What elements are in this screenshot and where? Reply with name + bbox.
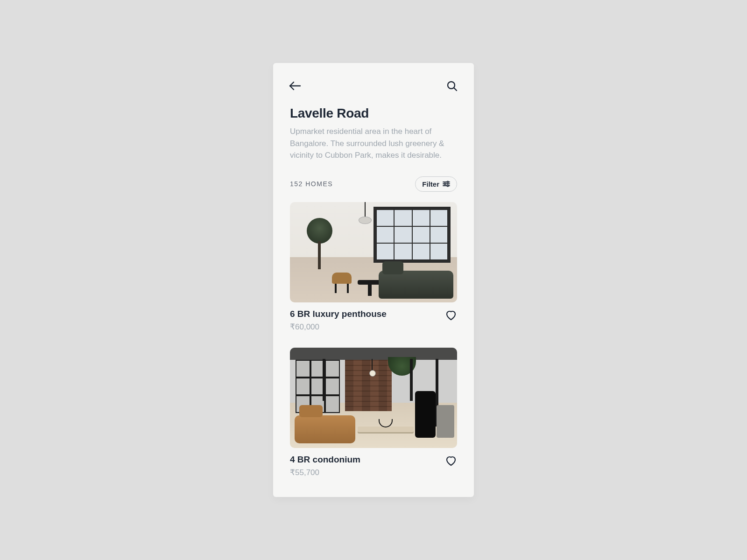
listings: 6 BR luxury penthouse ₹60,000 <box>273 202 474 477</box>
svg-point-7 <box>444 183 445 184</box>
search-button[interactable] <box>445 79 459 93</box>
svg-line-2 <box>454 88 457 91</box>
back-button[interactable] <box>288 79 302 93</box>
heart-icon <box>445 455 457 467</box>
listing-card[interactable]: 6 BR luxury penthouse ₹60,000 <box>290 202 457 332</box>
filter-button[interactable]: Filter <box>415 176 457 192</box>
listing-price: ₹55,700 <box>290 468 360 477</box>
meta-row: 152 HOMES Filter <box>290 176 457 192</box>
page-header: Lavelle Road Upmarket residential area i… <box>273 93 474 192</box>
sliders-icon <box>443 181 450 187</box>
favorite-button[interactable] <box>445 455 457 469</box>
page-subtitle: Upmarket residential area in the heart o… <box>290 126 457 161</box>
listing-card[interactable]: 4 BR condonium ₹55,700 <box>290 348 457 477</box>
listing-title: 4 BR condonium <box>290 455 360 465</box>
header-bar <box>273 63 474 93</box>
heart-icon <box>445 310 457 321</box>
svg-point-6 <box>447 181 448 182</box>
arrow-left-icon <box>289 81 301 91</box>
svg-point-8 <box>447 185 448 186</box>
filter-label: Filter <box>422 180 439 188</box>
listing-title: 6 BR luxury penthouse <box>290 309 387 319</box>
page-title: Lavelle Road <box>290 106 457 121</box>
search-icon <box>446 80 458 91</box>
listing-image <box>290 202 457 302</box>
homes-count: 152 HOMES <box>290 180 333 188</box>
app-screen: Lavelle Road Upmarket residential area i… <box>273 63 474 497</box>
listing-image <box>290 348 457 448</box>
listing-price: ₹60,000 <box>290 322 387 332</box>
favorite-button[interactable] <box>445 310 457 323</box>
